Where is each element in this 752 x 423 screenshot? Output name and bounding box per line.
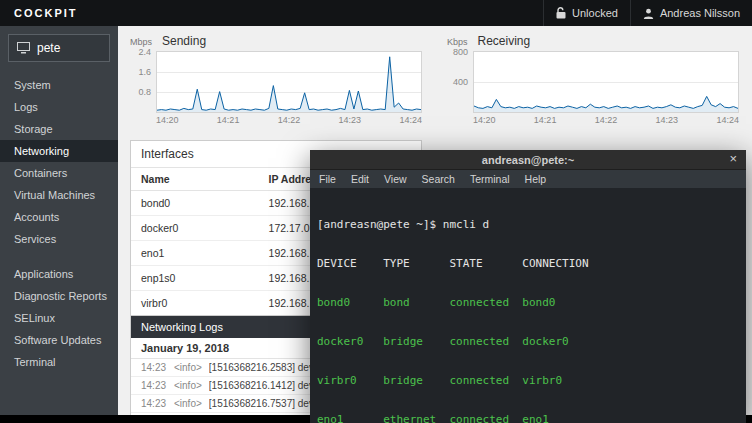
- menu-view[interactable]: View: [384, 173, 407, 185]
- menu-help[interactable]: Help: [525, 173, 547, 185]
- sending-ytick: 2.4: [138, 47, 151, 57]
- sidebar-item-applications[interactable]: Applications: [0, 263, 118, 285]
- user-name-label: Andreas Nilsson: [660, 7, 740, 19]
- sidebar-item-storage[interactable]: Storage: [0, 118, 118, 140]
- sending-sparkline: [157, 52, 421, 112]
- sending-chart: Mbps Sending 2.4 1.6 0.8 14:2014:2114:22…: [130, 34, 422, 125]
- user-icon: [643, 8, 654, 19]
- cockpit-logo: COCKPIT: [0, 7, 92, 19]
- receiving-xticks: 14:2014:2114:2214:2314:24: [473, 115, 739, 125]
- sidebar-item-services[interactable]: Services: [0, 228, 118, 250]
- receiving-plot-area: [473, 51, 739, 113]
- unlock-icon: [556, 7, 566, 19]
- receiving-ytick: 400: [453, 77, 468, 87]
- terminal-title: andreasn@pete:~: [310, 154, 746, 166]
- receiving-sparkline: [474, 52, 738, 112]
- sidebar-item-containers[interactable]: Containers: [0, 162, 118, 184]
- terminal-line: DEVICE TYPE STATE CONNECTION: [317, 257, 739, 270]
- terminal-line: virbr0 bridge connected virbr0: [317, 374, 739, 387]
- sending-plot-area: [156, 51, 422, 113]
- receiving-ytick: 800: [453, 47, 468, 57]
- sidebar: pete System Logs Storage Networking Cont…: [0, 26, 118, 415]
- sending-xticks: 14:2014:2114:2214:2314:24: [156, 115, 422, 125]
- receiving-chart: Kbps Receiving 800 400 14:2014:2114:2214…: [447, 34, 739, 125]
- terminal-menubar: File Edit View Search Terminal Help: [310, 170, 746, 188]
- receiving-chart-title: Receiving: [478, 34, 531, 48]
- terminal-line: [andreasn@pete ~]$ nmcli d: [317, 218, 739, 231]
- sidebar-item-logs[interactable]: Logs: [0, 96, 118, 118]
- menu-terminal[interactable]: Terminal: [470, 173, 510, 185]
- terminal-content[interactable]: [andreasn@pete ~]$ nmcli d DEVICE TYPE S…: [310, 188, 746, 423]
- terminal-line: bond0 bond connected bond0: [317, 296, 739, 309]
- close-icon[interactable]: ×: [729, 152, 737, 165]
- terminal-window[interactable]: andreasn@pete:~ × File Edit View Search …: [310, 150, 746, 423]
- sending-chart-title: Sending: [162, 34, 206, 48]
- user-menu-button[interactable]: Andreas Nilsson: [630, 0, 752, 26]
- column-header-name: Name: [131, 168, 259, 191]
- sidebar-item-software-updates[interactable]: Software Updates: [0, 329, 118, 351]
- sending-ytick: 0.8: [138, 87, 151, 97]
- terminal-titlebar[interactable]: andreasn@pete:~ ×: [310, 150, 746, 170]
- sidebar-item-selinux[interactable]: SELinux: [0, 307, 118, 329]
- sidebar-item-system[interactable]: System: [0, 74, 118, 96]
- sidebar-item-accounts[interactable]: Accounts: [0, 206, 118, 228]
- unlocked-button[interactable]: Unlocked: [543, 0, 630, 26]
- host-name-label: pete: [37, 41, 60, 55]
- terminal-line: eno1 ethernet connected eno1: [317, 413, 739, 423]
- sidebar-nav: System Logs Storage Networking Container…: [0, 74, 118, 373]
- receiving-unit-label: Kbps: [447, 37, 468, 47]
- host-selector[interactable]: pete: [8, 34, 110, 62]
- sidebar-item-networking[interactable]: Networking: [0, 140, 118, 162]
- server-icon: [17, 42, 30, 54]
- menu-search[interactable]: Search: [422, 173, 455, 185]
- sidebar-item-diagnostic-reports[interactable]: Diagnostic Reports: [0, 285, 118, 307]
- menu-edit[interactable]: Edit: [351, 173, 369, 185]
- terminal-line: docker0 bridge connected docker0: [317, 335, 739, 348]
- unlocked-label: Unlocked: [572, 7, 618, 19]
- sidebar-item-terminal[interactable]: Terminal: [0, 351, 118, 373]
- masthead: COCKPIT Unlocked Andreas Nilsson: [0, 0, 752, 26]
- sidebar-item-virtual-machines[interactable]: Virtual Machines: [0, 184, 118, 206]
- menu-file[interactable]: File: [319, 173, 336, 185]
- sending-unit-label: Mbps: [130, 37, 152, 47]
- sending-ytick: 1.6: [138, 67, 151, 77]
